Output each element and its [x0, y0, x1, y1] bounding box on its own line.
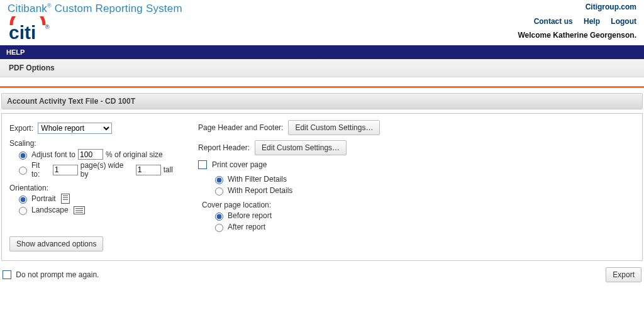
- options-panel: Export: Whole report Scaling: Adjust fon…: [1, 113, 643, 261]
- section-title: Account Activity Text File - CD 100T: [1, 93, 643, 109]
- adjust-font-post: % of original size: [106, 150, 163, 159]
- fit-pages-mid: page(s) wide by: [80, 161, 133, 179]
- export-select[interactable]: Whole report: [38, 123, 112, 134]
- brand-name: Citibank: [8, 3, 47, 14]
- scaling-label: Scaling:: [9, 139, 173, 148]
- adjust-font-pre: Adjust font to: [31, 150, 75, 159]
- with-report-radio[interactable]: [215, 187, 223, 196]
- fit-tall-post: tall: [164, 165, 173, 174]
- rh-edit-button[interactable]: Edit Custom Settings…: [255, 140, 347, 155]
- fit-pages-tall-input[interactable]: [136, 165, 161, 175]
- portrait-label: Portrait: [31, 194, 56, 203]
- landscape-icon: [74, 206, 85, 214]
- after-report-label: After report: [228, 223, 265, 231]
- help-menu-bar[interactable]: HELP: [0, 45, 644, 59]
- adjust-font-input[interactable]: [78, 149, 103, 160]
- welcome-text: Welcome Katherine Georgenson.: [518, 31, 637, 40]
- contact-us-link[interactable]: Contact us: [534, 17, 573, 26]
- adjust-font-radio[interactable]: [19, 152, 27, 160]
- svg-text:®: ®: [45, 24, 50, 30]
- orientation-label: Orientation:: [9, 184, 173, 192]
- no-prompt-checkbox[interactable]: [3, 270, 11, 279]
- cover-loc-label: Cover page location:: [202, 201, 635, 209]
- divider-rule: [0, 86, 644, 88]
- show-advanced-button[interactable]: Show advanced options: [9, 236, 103, 251]
- with-report-label: With Report Details: [228, 186, 292, 195]
- page-subtitle: PDF Options: [0, 59, 644, 77]
- svg-text:citi: citi: [9, 22, 36, 41]
- with-filter-label: With Filter Details: [228, 175, 287, 184]
- page-header-footer-label: Page Header and Footer:: [198, 123, 283, 132]
- before-report-radio[interactable]: [215, 212, 223, 221]
- help-link[interactable]: Help: [584, 17, 600, 26]
- before-report-label: Before report: [228, 211, 272, 220]
- portrait-radio[interactable]: [19, 196, 27, 204]
- landscape-radio[interactable]: [19, 207, 27, 215]
- landscape-label: Landscape: [31, 206, 69, 214]
- portrait-icon: [61, 194, 70, 204]
- no-prompt-label: Do not prompt me again.: [16, 270, 99, 279]
- fit-to-label: Fit to:: [31, 161, 50, 179]
- brand-title: Citibank® Custom Reporting System: [8, 3, 182, 15]
- after-report-radio[interactable]: [215, 224, 223, 232]
- export-button[interactable]: Export: [606, 267, 641, 282]
- citigroup-link[interactable]: Citigroup.com: [586, 3, 636, 11]
- fit-pages-wide-input[interactable]: [53, 165, 78, 175]
- brand-suffix: Custom Reporting System: [52, 3, 182, 14]
- registered-mark: ®: [47, 3, 52, 9]
- top-nav: Contact us Help Logout: [518, 17, 637, 26]
- report-header-label: Report Header:: [198, 143, 250, 152]
- with-filter-radio[interactable]: [215, 176, 223, 184]
- phf-edit-button[interactable]: Edit Custom Settings…: [288, 120, 380, 135]
- print-cover-label: Print cover page: [212, 160, 267, 169]
- print-cover-checkbox[interactable]: [198, 160, 207, 169]
- fit-to-radio[interactable]: [19, 167, 27, 175]
- citi-logo: citi ®: [8, 16, 53, 41]
- export-label: Export:: [9, 124, 33, 133]
- logout-link[interactable]: Logout: [611, 17, 636, 26]
